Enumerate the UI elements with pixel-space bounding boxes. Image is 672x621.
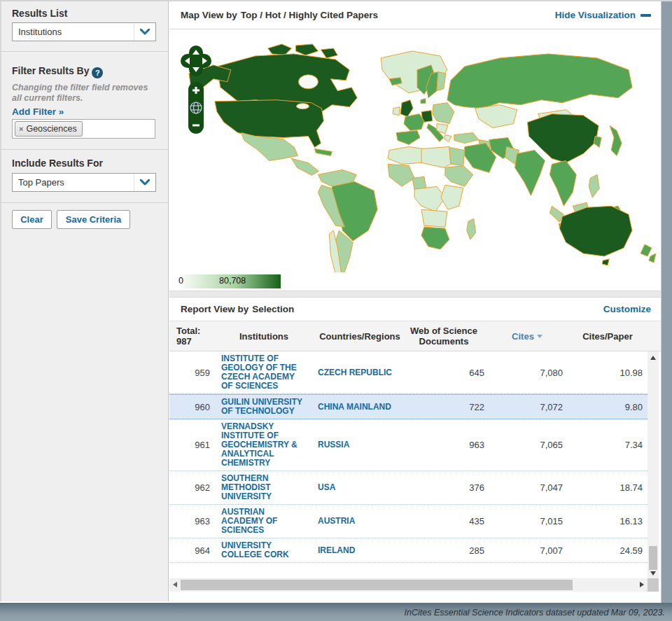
sort-desc-icon xyxy=(537,335,542,338)
institution-link[interactable]: VERNADSKY INSTITUTE OF GEOCHEMISTRY & AN… xyxy=(221,422,307,468)
column-header-institutions[interactable]: Institutions xyxy=(221,331,307,342)
institution-cell: GUILIN UNIVERSITY OF TECHNOLOGY xyxy=(221,398,307,416)
table-row[interactable]: 962SOUTHERN METHODIST UNIVERSITYUSA3767,… xyxy=(169,471,648,505)
institution-link[interactable]: GUILIN UNIVERSITY OF TECHNOLOGY xyxy=(221,398,307,416)
table-row[interactable]: 960GUILIN UNIVERSITY OF TECHNOLOGYCHINA … xyxy=(169,394,648,419)
institution-cell: AUSTRIAN ACADEMY OF SCIENCES xyxy=(221,508,307,535)
rank-cell: 964 xyxy=(169,545,210,556)
cites-cell: 7,015 xyxy=(491,516,563,526)
add-filter-link[interactable]: Add Filter » xyxy=(12,106,64,117)
country-cell: AUSTRIA xyxy=(318,517,402,526)
country-cell: CZECH REPUBLIC xyxy=(318,368,402,377)
cites-cell: 7,007 xyxy=(491,545,563,556)
include-results-heading: Include Results For xyxy=(12,158,103,169)
choropleth-world-map[interactable] xyxy=(172,39,660,272)
remove-filter-icon[interactable]: × xyxy=(19,125,23,133)
documents-cell: 435 xyxy=(403,516,484,526)
map-pan-control xyxy=(181,46,211,76)
country-link[interactable]: CHINA MAINLAND xyxy=(318,403,402,412)
scroll-left-icon[interactable] xyxy=(173,582,177,587)
sidebar-divider xyxy=(1,149,168,150)
collapse-minus-icon[interactable] xyxy=(640,14,651,17)
institution-link[interactable]: UNIVERSITY COLLEGE CORK xyxy=(221,541,307,559)
map-view-title-prefix: Map View by xyxy=(181,10,237,20)
table-row[interactable]: 961VERNADSKY INSTITUTE OF GEOCHEMISTRY &… xyxy=(169,419,648,471)
country-link[interactable]: USA xyxy=(318,483,402,492)
total-value: 987 xyxy=(176,336,192,347)
cites-per-paper-cell: 18.74 xyxy=(570,482,645,493)
institution-cell: SOUTHERN METHODIST UNIVERSITY xyxy=(221,474,307,501)
documents-cell: 376 xyxy=(403,482,484,493)
results-list-select[interactable]: Institutions xyxy=(12,22,156,41)
add-filter-label[interactable]: Add Filter » xyxy=(12,106,64,117)
map-zoom-control xyxy=(188,82,204,134)
legend-max-label: 80,708 xyxy=(219,276,246,286)
cites-cell: 7,080 xyxy=(491,368,563,378)
scroll-down-icon[interactable] xyxy=(650,571,656,575)
filter-tag-label: Geosciences xyxy=(26,124,76,134)
institution-link[interactable]: SOUTHERN METHODIST UNIVERSITY xyxy=(221,474,307,501)
cites-cell: 7,065 xyxy=(491,440,563,450)
cites-cell: 7,072 xyxy=(491,402,563,412)
country-cell: RUSSIA xyxy=(318,440,402,449)
include-results-value: Top Papers xyxy=(13,177,134,188)
column-header-documents[interactable]: Web of Science Documents xyxy=(403,326,484,347)
filter-results-label: Filter Results By xyxy=(12,65,89,76)
documents-cell: 645 xyxy=(403,368,484,378)
map-legend: 0 80,708 xyxy=(177,274,281,288)
scroll-right-icon[interactable] xyxy=(640,582,644,587)
horizontal-scroll-thumb[interactable] xyxy=(181,580,573,590)
chevron-down-icon xyxy=(134,23,155,41)
status-bar: InCites Essential Science Indicators dat… xyxy=(0,603,672,621)
column-header-cites[interactable]: Cites xyxy=(491,331,563,342)
vertical-scrollbar[interactable] xyxy=(648,351,659,578)
cites-sort-label[interactable]: Cites xyxy=(512,331,534,342)
filter-tag-geosciences[interactable]: × Geosciences xyxy=(15,121,83,137)
main-content: Map View byTop / Hot / Highly Cited Pape… xyxy=(169,1,661,601)
results-list-heading: Results List xyxy=(12,8,67,19)
scroll-up-icon[interactable] xyxy=(650,356,656,360)
total-label: Total: xyxy=(176,326,200,336)
institution-cell: VERNADSKY INSTITUTE OF GEOCHEMISTRY & AN… xyxy=(221,422,307,468)
institution-link[interactable]: INSTITUTE OF GEOLOGY OF THE CZECH ACADEM… xyxy=(221,354,307,391)
institution-link[interactable]: AUSTRIAN ACADEMY OF SCIENCES xyxy=(221,508,307,535)
institution-cell: INSTITUTE OF GEOLOGY OF THE CZECH ACADEM… xyxy=(221,354,307,391)
report-view-header: Report View bySelection Customize xyxy=(169,298,661,321)
hide-visualization-label[interactable]: Hide Visualization xyxy=(555,10,636,20)
hide-visualization-link[interactable]: Hide Visualization xyxy=(555,10,651,20)
table-row[interactable]: 963AUSTRIAN ACADEMY OF SCIENCESAUSTRIA43… xyxy=(169,505,648,538)
chevron-down-icon xyxy=(134,174,155,191)
scrollbar-corner xyxy=(648,578,659,592)
country-link[interactable]: AUSTRIA xyxy=(318,517,402,526)
include-results-select[interactable]: Top Papers xyxy=(12,173,156,192)
cites-per-paper-cell: 16.13 xyxy=(570,516,645,526)
clear-button[interactable]: Clear xyxy=(12,210,52,229)
table-header: Total: 987 Institutions Countries/Region… xyxy=(169,321,661,351)
country-link[interactable]: RUSSIA xyxy=(318,440,402,449)
sidebar: Results List Institutions Filter Results… xyxy=(0,1,169,601)
country-link[interactable]: CZECH REPUBLIC xyxy=(318,368,402,377)
customize-link[interactable]: Customize xyxy=(603,304,651,314)
results-list-value: Institutions xyxy=(13,27,134,37)
horizontal-scrollbar[interactable] xyxy=(169,578,648,592)
country-cell: IRELAND xyxy=(318,546,402,555)
window-right-frame xyxy=(661,1,672,603)
report-view-title: Report View bySelection xyxy=(181,304,294,314)
column-header-cites-per-paper[interactable]: Cites/Paper xyxy=(570,331,645,342)
dataset-updated-text: InCites Essential Science Indicators dat… xyxy=(405,608,665,617)
customize-label[interactable]: Customize xyxy=(603,304,651,314)
country-cell: CHINA MAINLAND xyxy=(318,403,402,412)
institution-cell: UNIVERSITY COLLEGE CORK xyxy=(221,541,307,559)
table-row[interactable]: 959INSTITUTE OF GEOLOGY OF THE CZECH ACA… xyxy=(169,351,648,394)
save-criteria-button[interactable]: Save Criteria xyxy=(57,210,130,229)
rank-cell: 960 xyxy=(169,402,210,412)
legend-min-label: 0 xyxy=(178,276,183,286)
help-icon[interactable]: ? xyxy=(92,67,103,78)
column-header-countries[interactable]: Countries/Regions xyxy=(318,331,402,342)
country-link[interactable]: IRELAND xyxy=(318,546,402,555)
table-row[interactable]: 964UNIVERSITY COLLEGE CORKIRELAND2857,00… xyxy=(169,538,648,563)
sidebar-divider xyxy=(1,51,168,52)
vertical-scroll-thumb[interactable] xyxy=(649,546,657,570)
cites-per-paper-cell: 9.80 xyxy=(570,402,645,412)
map-controls xyxy=(181,46,211,139)
